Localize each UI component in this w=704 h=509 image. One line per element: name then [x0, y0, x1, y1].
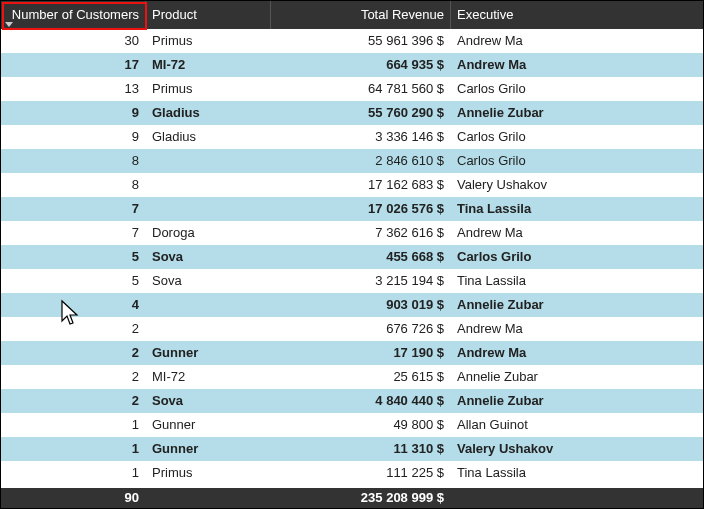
table-row[interactable]: 717 026 576 $Tina Lassila: [1, 197, 703, 221]
cell-customers: 30: [1, 29, 146, 53]
cell-product: Gunner: [146, 341, 271, 365]
cell-executive: Annelie Zubar: [451, 101, 703, 125]
cell-executive: Tina Lassila: [451, 461, 703, 485]
table-row[interactable]: 5Sova3 215 194 $Tina Lassila: [1, 269, 703, 293]
column-header-executive[interactable]: Executive: [451, 1, 703, 29]
cell-revenue: 455 668 $: [271, 245, 451, 269]
cell-customers: 2: [1, 341, 146, 365]
cell-revenue: 676 726 $: [271, 317, 451, 341]
table-header: Number of Customers Product Total Revenu…: [1, 1, 703, 29]
cell-product: MI-72: [146, 365, 271, 389]
cell-revenue: 17 162 683 $: [271, 173, 451, 197]
cell-product: Gladius: [146, 125, 271, 149]
cell-revenue: 17 026 576 $: [271, 197, 451, 221]
cell-customers: 13: [1, 77, 146, 101]
cell-executive: Andrew Ma: [451, 221, 703, 245]
table-row[interactable]: 1Primus111 225 $Tina Lassila: [1, 461, 703, 485]
total-product: [146, 488, 271, 508]
cell-customers: 9: [1, 101, 146, 125]
cell-customers: 1: [1, 413, 146, 437]
cell-executive: Andrew Ma: [451, 29, 703, 53]
table-row[interactable]: 13Primus64 781 560 $Carlos Grilo: [1, 77, 703, 101]
table-row[interactable]: 1Gunner11 310 $Valery Ushakov: [1, 437, 703, 461]
table-footer: 90 235 208 999 $: [1, 488, 703, 508]
cell-customers: 7: [1, 221, 146, 245]
cell-revenue: 2 846 610 $: [271, 149, 451, 173]
total-executive: [451, 488, 703, 508]
table-row[interactable]: 17MI-72664 935 $Andrew Ma: [1, 53, 703, 77]
total-revenue: 235 208 999 $: [271, 488, 451, 508]
table-row[interactable]: 7Doroga7 362 616 $Andrew Ma: [1, 221, 703, 245]
cell-product: Doroga: [146, 221, 271, 245]
cell-executive: Carlos Grilo: [451, 149, 703, 173]
cell-revenue: 64 781 560 $: [271, 77, 451, 101]
cell-product: [146, 149, 271, 173]
cell-revenue: 17 190 $: [271, 341, 451, 365]
cell-executive: Valery Ushakov: [451, 437, 703, 461]
cell-executive: Valery Ushakov: [451, 173, 703, 197]
cell-revenue: 4 840 440 $: [271, 389, 451, 413]
cell-executive: Andrew Ma: [451, 317, 703, 341]
table-row[interactable]: 9Gladius3 336 146 $Carlos Grilo: [1, 125, 703, 149]
cell-customers: 5: [1, 269, 146, 293]
table-body: 30Primus55 961 396 $Andrew Ma17MI-72664 …: [1, 29, 703, 488]
cell-executive: Allan Guinot: [451, 413, 703, 437]
cell-executive: Carlos Grilo: [451, 245, 703, 269]
cell-revenue: 3 336 146 $: [271, 125, 451, 149]
cell-executive: Tina Lassila: [451, 197, 703, 221]
cell-product: Gunner: [146, 413, 271, 437]
cell-product: Gladius: [146, 101, 271, 125]
cell-customers: 2: [1, 365, 146, 389]
table-row[interactable]: 2Gunner17 190 $Andrew Ma: [1, 341, 703, 365]
table-row[interactable]: 4903 019 $Annelie Zubar: [1, 293, 703, 317]
cell-revenue: 111 225 $: [271, 461, 451, 485]
cell-revenue: 25 615 $: [271, 365, 451, 389]
cell-customers: 9: [1, 125, 146, 149]
cell-revenue: 55 760 290 $: [271, 101, 451, 125]
cell-revenue: 3 215 194 $: [271, 269, 451, 293]
total-customers: 90: [1, 488, 146, 508]
cell-product: [146, 197, 271, 221]
cell-executive: Andrew Ma: [451, 53, 703, 77]
cell-customers: 1: [1, 437, 146, 461]
cell-product: Gunner: [146, 437, 271, 461]
table-row[interactable]: 1Gunner49 800 $Allan Guinot: [1, 413, 703, 437]
cell-product: Primus: [146, 77, 271, 101]
cell-product: Sova: [146, 269, 271, 293]
table-row[interactable]: 2MI-7225 615 $Annelie Zubar: [1, 365, 703, 389]
cell-revenue: 664 935 $: [271, 53, 451, 77]
cell-product: [146, 173, 271, 197]
cell-customers: 8: [1, 173, 146, 197]
column-header-product[interactable]: Product: [146, 1, 271, 29]
cell-customers: 2: [1, 389, 146, 413]
cell-revenue: 7 362 616 $: [271, 221, 451, 245]
cell-revenue: 903 019 $: [271, 293, 451, 317]
cell-executive: Annelie Zubar: [451, 365, 703, 389]
cell-revenue: 11 310 $: [271, 437, 451, 461]
cell-executive: Andrew Ma: [451, 341, 703, 365]
column-header-revenue[interactable]: Total Revenue: [271, 1, 451, 29]
table-row[interactable]: 817 162 683 $Valery Ushakov: [1, 173, 703, 197]
cell-customers: 2: [1, 317, 146, 341]
table-row[interactable]: 9Gladius55 760 290 $Annelie Zubar: [1, 101, 703, 125]
cell-executive: Annelie Zubar: [451, 293, 703, 317]
cell-revenue: 49 800 $: [271, 413, 451, 437]
cell-product: Sova: [146, 245, 271, 269]
cell-customers: 1: [1, 461, 146, 485]
table-row[interactable]: 5Sova455 668 $Carlos Grilo: [1, 245, 703, 269]
column-header-customers[interactable]: Number of Customers: [1, 1, 146, 29]
cell-executive: Annelie Zubar: [451, 389, 703, 413]
cell-product: Primus: [146, 461, 271, 485]
cell-product: MI-72: [146, 53, 271, 77]
cell-executive: Carlos Grilo: [451, 77, 703, 101]
cell-executive: Tina Lassila: [451, 269, 703, 293]
cell-product: Primus: [146, 29, 271, 53]
cell-product: Sova: [146, 389, 271, 413]
cell-customers: 7: [1, 197, 146, 221]
table-row[interactable]: 2676 726 $Andrew Ma: [1, 317, 703, 341]
cell-revenue: 55 961 396 $: [271, 29, 451, 53]
table-row[interactable]: 82 846 610 $Carlos Grilo: [1, 149, 703, 173]
cell-customers: 4: [1, 293, 146, 317]
table-row[interactable]: 2Sova4 840 440 $Annelie Zubar: [1, 389, 703, 413]
table-row[interactable]: 30Primus55 961 396 $Andrew Ma: [1, 29, 703, 53]
